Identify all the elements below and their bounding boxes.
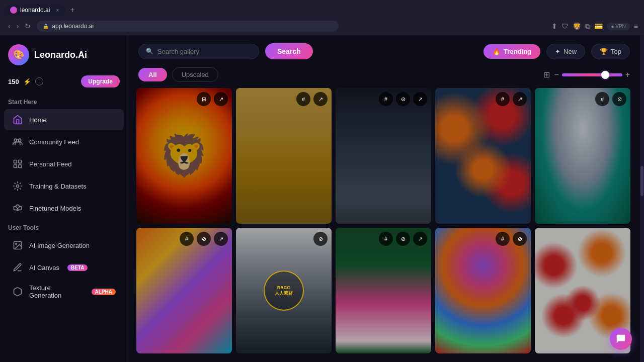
search-button[interactable]: Search [265,43,313,59]
sidebar-item-home[interactable]: Home [4,109,124,130]
zoom-plus-btn[interactable]: + [625,70,630,79]
nav-buttons: ‹ › ↻ [6,21,33,31]
credits-icon: ⚡ [23,78,31,85]
lion-action-btn-1[interactable]: ⊞ [197,92,211,106]
lion-action-btn-2[interactable]: ↗ [214,92,228,106]
koala-action-btn-1[interactable]: # [595,92,609,106]
gallery-item-dark-warrior[interactable]: ⊘ RRCG人人素材 [236,228,332,353]
hier-action-btn-2[interactable]: ↗ [313,92,328,106]
sidebar: 🎨 Leonardo.Ai 150 ⚡ i Upgrade Start Here… [0,35,128,362]
sidebar-item-texture[interactable]: Texture Generation ALPHA [4,279,124,304]
top-btn[interactable]: 🏆 Top [591,44,630,59]
ai-image-icon [12,240,23,251]
extensions-icon[interactable]: ⧉ [585,22,590,31]
sidebar-item-training-label: Training & Datasets [29,183,87,190]
search-bar[interactable]: 🔍 [138,44,259,59]
tab-all-btn[interactable]: All [138,68,167,81]
colg-action-btn-2[interactable]: ⊘ [513,232,527,246]
new-icon: ✦ [555,48,560,55]
grid-view-btn[interactable]: ⊞ [543,70,550,79]
zoom-slider[interactable] [562,73,622,76]
zoom-minus-btn[interactable]: − [554,70,558,79]
browser-chrome: leonardo.ai × + ‹ › ↻ 🔒 app.leonardo.ai … [0,0,644,35]
pinkg-action-btn-1[interactable]: # [379,232,393,246]
girlgl-action-btn-3[interactable]: ↗ [214,232,228,246]
sidebar-item-home-label: Home [29,116,47,124]
forward-btn[interactable]: › [15,21,21,31]
shield-icon[interactable]: 🛡 [561,22,569,30]
grid-controls: ⊞ − + [543,70,630,79]
sidebar-logo: 🎨 Leonardo.Ai [0,41,128,73]
tab-favicon [10,7,17,14]
warr-action-btn-3[interactable]: ↗ [413,92,427,106]
start-here-label: Start Here [0,96,128,109]
svg-rect-5 [14,165,17,168]
girlgl-action-btn-2[interactable]: ⊘ [197,232,211,246]
info-btn[interactable]: i [35,77,43,85]
sidebar-item-finetuned[interactable]: Finetuned Models [4,198,124,219]
gallery-controls: All Upscaled ⊞ − + [128,65,640,88]
reload-btn[interactable]: ↻ [23,21,33,31]
gallery-item-pink-girl[interactable]: # ⊘ ↗ [336,228,431,353]
chat-fab[interactable] [610,328,632,350]
warr-action-btn-2[interactable]: ⊘ [396,92,410,106]
zoom-slider-container: − + [554,70,630,79]
gallery-header: 🔍 Search 🔥 Trending ✦ New 🏆 Top [128,35,640,65]
texture-alpha-badge: ALPHA [92,289,116,295]
sidebar-item-canvas-label: AI Canvas [29,264,59,272]
sidebar-item-personal-label: Personal Feed [29,160,72,168]
scrollbar-thumb [640,166,643,196]
training-icon [12,180,23,192]
new-btn[interactable]: ✦ New [546,44,585,59]
url-bar[interactable]: 🔒 app.leonardo.ai [37,21,339,32]
warr-action-btn-1[interactable]: # [379,92,393,106]
colg-action-btn-1[interactable]: # [496,232,510,246]
gallery-item-warrior[interactable]: # ⊘ ↗ [336,88,431,224]
trending-btn[interactable]: 🔥 Trending [484,44,540,59]
wallet-icon[interactable]: 💳 [594,22,603,30]
koala-action-btn-2[interactable]: ⊘ [612,92,626,106]
back-btn[interactable]: ‹ [6,21,13,31]
darkw-action-btn-1[interactable]: ⊘ [313,232,328,246]
svg-rect-4 [19,160,22,163]
menu-icon[interactable]: ≡ [634,22,638,30]
pinkg-action-btn-3[interactable]: ↗ [413,232,427,246]
lion-overlay: ⊞ ↗ [136,88,232,224]
sidebar-item-ai-image[interactable]: AI Image Generation [4,235,124,256]
sidebar-item-personal-feed[interactable]: Personal Feed [4,153,124,174]
tab-upscaled-btn[interactable]: Upscaled [172,67,218,82]
flow-action-btn-1[interactable]: # [496,92,510,106]
new-label: New [564,48,577,55]
right-scrollbar[interactable] [640,35,644,362]
search-bar-icon: 🔍 [146,48,153,55]
search-input[interactable] [157,48,252,55]
credits-count: 150 [8,78,19,85]
top-icon: 🏆 [600,48,608,55]
texture-icon [12,286,23,297]
tab-label: leonardo.ai [20,7,50,14]
brave-icon[interactable]: 🦁 [573,22,581,30]
gallery-item-flowers[interactable]: # ↗ [435,88,531,224]
upgrade-btn[interactable]: Upgrade [81,75,120,87]
pinkg-action-btn-2[interactable]: ⊘ [396,232,410,246]
logo-avatar: 🎨 [8,44,29,65]
gallery-item-lion[interactable]: ⊞ ↗ [136,88,232,224]
svg-point-7 [17,185,19,188]
sidebar-item-training[interactable]: Training & Datasets [4,175,124,197]
tab-close-btn[interactable]: × [56,8,59,13]
hier-action-btn-1[interactable]: # [296,92,310,106]
sidebar-item-community-feed[interactable]: Community Feed [4,131,124,152]
active-tab[interactable]: leonardo.ai × [4,5,65,16]
sidebar-item-ai-canvas[interactable]: AI Canvas BETA [4,257,124,278]
sidebar-item-texture-label: Texture Generation [29,284,84,299]
gallery-item-hieroglyphs[interactable]: # ↗ [236,88,332,224]
girlgl-action-btn-1[interactable]: # [180,232,194,246]
new-tab-btn[interactable]: + [67,6,77,15]
gallery-item-colorful-girl[interactable]: # ⊘ [435,228,531,353]
gallery-item-koala[interactable]: # ⊘ [535,88,630,224]
warr-overlay: # ⊘ ↗ [336,88,431,224]
gallery-item-girl-glasses[interactable]: # ⊘ ↗ [136,228,232,353]
top-label: Top [611,48,621,55]
flow-action-btn-2[interactable]: ↗ [513,92,527,106]
share-icon[interactable]: ⬆ [551,22,557,30]
